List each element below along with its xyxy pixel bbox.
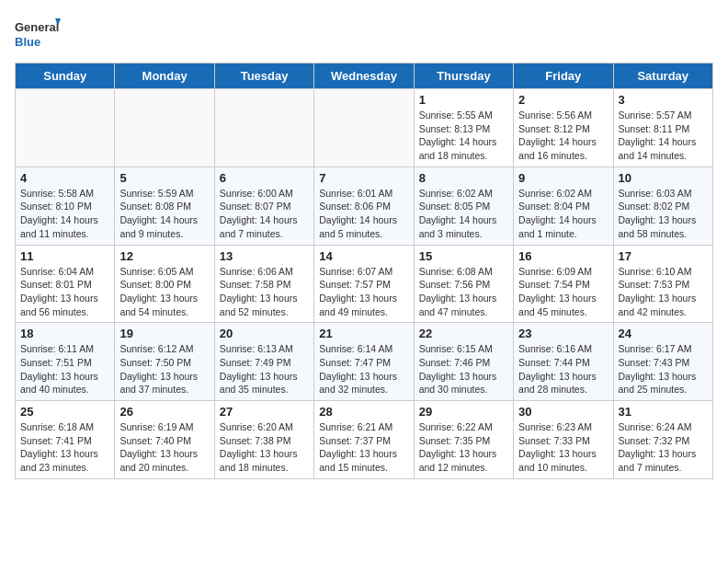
svg-text:General: General [15,20,59,34]
calendar-cell [115,89,214,167]
day-number: 13 [220,249,309,263]
week-row: 11Sunrise: 6:04 AM Sunset: 8:01 PM Dayli… [16,245,713,323]
calendar-cell: 8Sunrise: 6:02 AM Sunset: 8:05 PM Daylig… [414,167,513,245]
day-info: Sunrise: 6:02 AM Sunset: 8:04 PM Dayligh… [518,187,608,241]
calendar-cell: 28Sunrise: 6:21 AM Sunset: 7:37 PM Dayli… [314,401,414,479]
day-info: Sunrise: 6:05 AM Sunset: 8:00 PM Dayligh… [119,265,209,319]
calendar-cell [16,89,115,167]
weekday-header: Saturday [613,63,712,89]
day-number: 31 [619,405,708,419]
day-info: Sunrise: 6:14 AM Sunset: 7:47 PM Dayligh… [319,342,408,396]
day-info: Sunrise: 6:22 AM Sunset: 7:35 PM Dayligh… [419,420,508,475]
calendar-cell: 24Sunrise: 6:17 AM Sunset: 7:43 PM Dayli… [613,323,712,401]
calendar-cell: 3Sunrise: 5:57 AM Sunset: 8:11 PM Daylig… [613,89,712,167]
day-number: 15 [419,249,508,263]
day-number: 2 [518,93,608,107]
day-number: 14 [319,249,408,263]
day-number: 4 [20,171,109,185]
calendar-cell: 26Sunrise: 6:19 AM Sunset: 7:40 PM Dayli… [115,401,214,479]
day-info: Sunrise: 5:59 AM Sunset: 8:08 PM Dayligh… [119,187,209,241]
day-info: Sunrise: 6:08 AM Sunset: 7:56 PM Dayligh… [419,265,508,319]
day-number: 20 [220,327,309,340]
day-info: Sunrise: 6:16 AM Sunset: 7:44 PM Dayligh… [518,342,608,396]
day-number: 29 [419,405,508,419]
day-number: 23 [518,327,608,340]
day-info: Sunrise: 5:58 AM Sunset: 8:10 PM Dayligh… [20,187,109,241]
calendar-cell: 4Sunrise: 5:58 AM Sunset: 8:10 PM Daylig… [16,167,115,245]
header-row: SundayMondayTuesdayWednesdayThursdayFrid… [16,63,713,89]
day-info: Sunrise: 6:06 AM Sunset: 7:58 PM Dayligh… [220,265,309,319]
weekday-header: Thursday [414,63,513,89]
day-number: 3 [619,93,708,107]
day-info: Sunrise: 6:00 AM Sunset: 8:07 PM Dayligh… [220,187,309,241]
day-number: 30 [518,405,608,419]
week-row: 18Sunrise: 6:11 AM Sunset: 7:51 PM Dayli… [16,323,713,401]
calendar-table: SundayMondayTuesdayWednesdayThursdayFrid… [15,63,713,479]
calendar-cell: 16Sunrise: 6:09 AM Sunset: 7:54 PM Dayli… [514,245,613,323]
day-info: Sunrise: 6:10 AM Sunset: 7:53 PM Dayligh… [619,265,708,319]
day-info: Sunrise: 6:19 AM Sunset: 7:40 PM Dayligh… [119,420,209,475]
day-info: Sunrise: 6:20 AM Sunset: 7:38 PM Dayligh… [220,420,309,475]
calendar-cell: 5Sunrise: 5:59 AM Sunset: 8:08 PM Daylig… [115,167,214,245]
day-info: Sunrise: 6:23 AM Sunset: 7:33 PM Dayligh… [518,420,608,475]
logo-svg: GeneralBlue [15,15,61,52]
day-number: 18 [20,327,109,340]
calendar-cell: 17Sunrise: 6:10 AM Sunset: 7:53 PM Dayli… [613,245,712,323]
weekday-header: Wednesday [314,63,414,89]
day-info: Sunrise: 6:09 AM Sunset: 7:54 PM Dayligh… [518,265,608,319]
day-info: Sunrise: 6:24 AM Sunset: 7:32 PM Dayligh… [619,420,708,475]
day-number: 5 [119,171,209,185]
day-info: Sunrise: 6:03 AM Sunset: 8:02 PM Dayligh… [619,187,708,241]
calendar-cell [214,89,313,167]
day-number: 11 [20,249,109,263]
day-info: Sunrise: 6:02 AM Sunset: 8:05 PM Dayligh… [419,187,508,241]
calendar-cell: 12Sunrise: 6:05 AM Sunset: 8:00 PM Dayli… [115,245,214,323]
calendar-cell: 13Sunrise: 6:06 AM Sunset: 7:58 PM Dayli… [214,245,313,323]
day-number: 22 [419,327,508,340]
weekday-header: Monday [115,63,214,89]
day-info: Sunrise: 5:56 AM Sunset: 8:12 PM Dayligh… [518,109,608,163]
calendar-cell: 14Sunrise: 6:07 AM Sunset: 7:57 PM Dayli… [314,245,414,323]
day-info: Sunrise: 6:17 AM Sunset: 7:43 PM Dayligh… [619,342,708,396]
day-info: Sunrise: 6:18 AM Sunset: 7:41 PM Dayligh… [20,420,109,475]
day-info: Sunrise: 6:12 AM Sunset: 7:50 PM Dayligh… [119,342,209,396]
calendar-cell: 25Sunrise: 6:18 AM Sunset: 7:41 PM Dayli… [16,401,115,479]
day-number: 16 [518,249,608,263]
calendar-cell: 6Sunrise: 6:00 AM Sunset: 8:07 PM Daylig… [214,167,313,245]
day-number: 19 [119,327,209,340]
day-info: Sunrise: 6:04 AM Sunset: 8:01 PM Dayligh… [20,265,109,319]
week-row: 25Sunrise: 6:18 AM Sunset: 7:41 PM Dayli… [16,401,713,479]
day-number: 27 [220,405,309,419]
calendar-cell: 31Sunrise: 6:24 AM Sunset: 7:32 PM Dayli… [613,401,712,479]
calendar-cell: 27Sunrise: 6:20 AM Sunset: 7:38 PM Dayli… [214,401,313,479]
week-row: 4Sunrise: 5:58 AM Sunset: 8:10 PM Daylig… [16,167,713,245]
svg-text:Blue: Blue [15,35,40,49]
day-number: 24 [619,327,708,340]
logo: GeneralBlue [15,15,61,52]
weekday-header: Tuesday [214,63,313,89]
day-info: Sunrise: 5:55 AM Sunset: 8:13 PM Dayligh… [419,109,508,163]
day-info: Sunrise: 6:21 AM Sunset: 7:37 PM Dayligh… [319,420,408,475]
calendar-cell [314,89,414,167]
calendar-cell: 10Sunrise: 6:03 AM Sunset: 8:02 PM Dayli… [613,167,712,245]
calendar-cell: 9Sunrise: 6:02 AM Sunset: 8:04 PM Daylig… [514,167,613,245]
day-number: 17 [619,249,708,263]
day-info: Sunrise: 6:07 AM Sunset: 7:57 PM Dayligh… [319,265,408,319]
day-number: 28 [319,405,408,419]
week-row: 1Sunrise: 5:55 AM Sunset: 8:13 PM Daylig… [16,89,713,167]
calendar-cell: 23Sunrise: 6:16 AM Sunset: 7:44 PM Dayli… [514,323,613,401]
day-number: 7 [319,171,408,185]
calendar-cell: 20Sunrise: 6:13 AM Sunset: 7:49 PM Dayli… [214,323,313,401]
calendar-cell: 29Sunrise: 6:22 AM Sunset: 7:35 PM Dayli… [414,401,513,479]
day-number: 6 [220,171,309,185]
day-info: Sunrise: 6:11 AM Sunset: 7:51 PM Dayligh… [20,342,109,396]
day-number: 8 [419,171,508,185]
calendar-cell: 2Sunrise: 5:56 AM Sunset: 8:12 PM Daylig… [514,89,613,167]
calendar-cell: 18Sunrise: 6:11 AM Sunset: 7:51 PM Dayli… [16,323,115,401]
calendar-cell: 11Sunrise: 6:04 AM Sunset: 8:01 PM Dayli… [16,245,115,323]
day-number: 9 [518,171,608,185]
calendar-cell: 21Sunrise: 6:14 AM Sunset: 7:47 PM Dayli… [314,323,414,401]
weekday-header: Sunday [16,63,115,89]
day-info: Sunrise: 6:15 AM Sunset: 7:46 PM Dayligh… [419,342,508,396]
header: GeneralBlue [15,15,713,52]
